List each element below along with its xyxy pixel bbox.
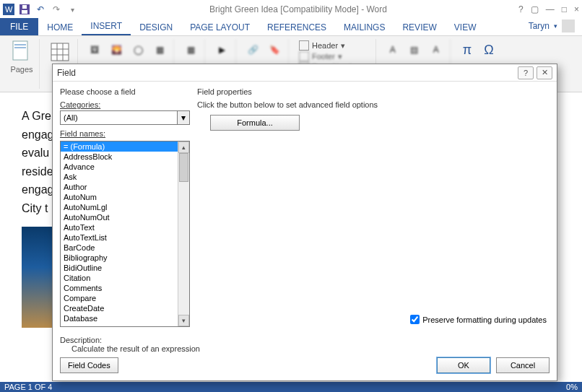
categories-value[interactable] [60,110,177,125]
header-icon [299,40,309,51]
svg-rect-5 [13,41,27,60]
apps-icon[interactable]: ▦ [181,40,200,59]
save-icon[interactable] [19,4,30,15]
footer-icon [299,51,309,61]
status-zoom: 0% [566,383,578,391]
ribbon-group-pages: Pages [4,39,40,89]
help-icon[interactable]: ? [518,4,524,14]
qat-dropdown-icon[interactable]: ▾ [66,4,78,15]
chevron-down-icon: ▾ [341,41,345,51]
list-item[interactable]: Citation [61,273,178,283]
svg-rect-6 [14,44,26,45]
tab-pagelayout[interactable]: PAGE LAYOUT [181,19,259,35]
tab-home[interactable]: HOME [38,19,82,35]
field-properties-title: Field properties [197,87,550,96]
list-item[interactable]: AutoNumOut [61,212,178,222]
formula-button[interactable]: Formula... [210,115,300,131]
field-codes-button[interactable]: Field Codes [60,357,118,373]
hyperlink-icon[interactable]: 🔗 [243,40,262,59]
list-item[interactable]: Ask [61,172,178,182]
tab-view[interactable]: VIEW [446,19,485,35]
list-item[interactable]: AutoNumLgl [61,202,178,212]
video-icon[interactable]: ▶ [212,40,231,59]
field-dialog: Field ? ✕ Please choose a field Categori… [52,64,557,381]
undo-icon[interactable]: ↶ [35,4,46,15]
list-item[interactable]: Advance [61,162,178,172]
table-icon[interactable] [47,39,73,65]
svg-rect-7 [14,47,26,48]
tab-references[interactable]: REFERENCES [259,19,335,35]
list-item[interactable]: BidiOutline [61,263,178,273]
scroll-down-icon[interactable]: ▾ [178,315,189,326]
choose-field-label: Please choose a field [60,87,190,96]
tab-insert[interactable]: INSERT [82,18,131,35]
preserve-formatting-label: Preserve formatting during updates [422,315,547,324]
maximize-icon[interactable]: □ [562,4,567,14]
picture-icon[interactable]: 🖼 [85,40,104,59]
list-item[interactable]: AutoText [61,222,178,232]
dialog-help-button[interactable]: ? [518,66,534,79]
fieldnames-label: Field names: [60,129,190,138]
field-properties-hint: Click the button below to set advanced f… [197,100,550,109]
svg-rect-3 [22,10,27,14]
svg-rect-4 [22,5,27,9]
categories-label: Categories: [60,100,190,109]
list-item[interactable]: Database [61,313,178,323]
preserve-formatting-checkbox[interactable] [410,315,420,324]
tab-file[interactable]: FILE [0,18,38,35]
word-icon: W [3,4,14,15]
list-item[interactable]: AddressBlock [61,152,178,162]
list-scrollbar[interactable]: ▴ ▾ [178,141,189,326]
description-text: Calculate the result of an expression [60,344,550,353]
svg-rect-8 [51,43,69,61]
titlebar: W ↶ ↷ ▾ Bright Green Idea [Compatibility… [0,0,582,19]
minimize-icon[interactable]: — [546,4,555,14]
tab-mailings[interactable]: MAILINGS [335,19,394,35]
equation-icon[interactable]: π [458,40,477,59]
symbol-icon[interactable]: Ω [479,40,498,59]
tab-design[interactable]: DESIGN [131,19,181,35]
shapes-icon[interactable]: ◯ [129,40,147,59]
dialog-close-button[interactable]: ✕ [537,66,552,79]
list-item[interactable]: AutoNum [61,192,178,202]
dialog-title: Field [57,68,515,78]
list-item[interactable]: BarCode [61,243,178,253]
scroll-thumb[interactable] [179,153,188,182]
chevron-down-icon[interactable]: ▾ [177,110,190,125]
categories-select[interactable]: ▾ [60,110,190,125]
list-item[interactable]: = (Formula) [61,141,178,152]
tab-review[interactable]: REVIEW [394,19,445,35]
list-item[interactable]: Compare [61,293,178,303]
smartart-icon[interactable]: ▦ [150,40,169,59]
quickparts-icon[interactable]: ▤ [405,40,424,59]
list-item[interactable]: Bibliography [61,253,178,263]
textbox-icon[interactable]: A [383,40,402,59]
status-page: PAGE 1 OF 4 [4,383,52,391]
ribbon-label-pages: Pages [10,65,32,75]
window-title: Bright Green Idea [Compatibility Mode] -… [78,4,518,14]
quick-access-toolbar: W ↶ ↷ ▾ [3,4,78,15]
close-icon[interactable]: × [574,4,579,14]
ok-button[interactable]: OK [437,357,490,373]
cancel-button[interactable]: Cancel [496,357,550,373]
pages-icon[interactable] [9,39,35,65]
list-item[interactable]: AutoTextList [61,232,178,243]
user-area[interactable]: Taryn ▾ [521,17,582,35]
header-dropdown[interactable]: Header▾ [299,40,368,51]
status-bar: PAGE 1 OF 4 0% [0,382,582,392]
bookmark-icon[interactable]: 🔖 [265,40,284,59]
user-name: Taryn [529,21,550,31]
user-dropdown-icon: ▾ [554,22,557,30]
footer-dropdown[interactable]: Footer▾ [299,51,368,61]
ribbon-tabs: FILE HOME INSERT DESIGN PAGE LAYOUT REFE… [0,19,582,36]
redo-icon[interactable]: ↷ [51,4,62,15]
ribbon-options-icon[interactable]: ▢ [531,4,539,14]
wordart-icon[interactable]: A [427,40,446,59]
online-pictures-icon[interactable]: 🌄 [107,40,126,59]
avatar [562,19,575,32]
scroll-up-icon[interactable]: ▴ [178,141,189,153]
fieldnames-list[interactable]: = (Formula) AddressBlock Advance Ask Aut… [61,141,178,326]
list-item[interactable]: Author [61,182,178,192]
list-item[interactable]: CreateDate [61,303,178,313]
list-item[interactable]: Comments [61,283,178,293]
